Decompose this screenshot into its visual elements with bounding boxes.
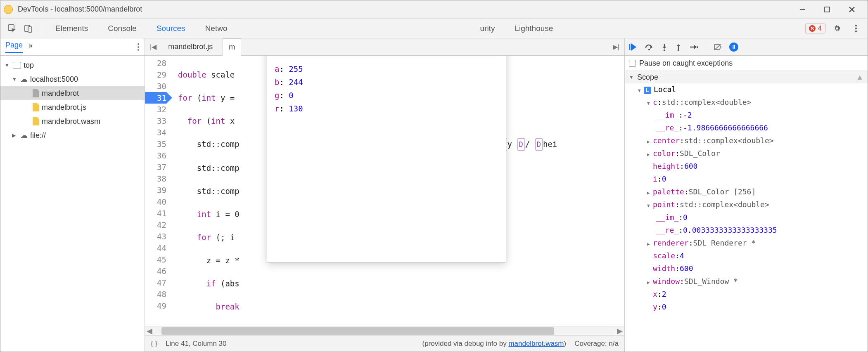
pause-on-exceptions-icon[interactable]: II (729, 43, 738, 52)
editor-statusbar: { } Line 41, Column 30 (provided via deb… (145, 335, 624, 352)
devtools-tabs: Elements Console Sources Netwo urity Lig… (0, 19, 868, 38)
debug-info-source: (provided via debug info by mandelbrot.w… (422, 340, 567, 348)
tab-network[interactable]: Netwo (196, 19, 237, 38)
step-over-icon[interactable] (645, 43, 654, 51)
file-icon (33, 117, 39, 125)
svg-rect-1 (825, 7, 830, 12)
settings-gear-icon[interactable] (830, 21, 844, 36)
cursor-position: Line 41, Column 30 (166, 340, 226, 348)
window-titlebar: DevTools - localhost:5000/mandelbrot (0, 0, 868, 19)
editor-pane: |◀ mandelbrot.js m ▶| 28 29 30 31 32 33 … (145, 38, 625, 352)
tab-elements[interactable]: Elements (46, 19, 97, 38)
sidebar-kebab-icon[interactable] (137, 43, 140, 51)
execution-line-marker: 31 (145, 92, 166, 104)
nav-fwd-icon[interactable]: ▶| (611, 43, 621, 51)
svg-point-8 (855, 27, 857, 29)
braces-icon[interactable]: { } (151, 340, 157, 348)
horizontal-scrollbar[interactable]: ◀ ▶ (145, 326, 624, 335)
maximize-button[interactable] (815, 1, 840, 18)
tab-security[interactable]: urity (471, 19, 504, 38)
local-badge-icon: L (644, 87, 651, 94)
error-count-badge[interactable]: ✕4 (805, 24, 825, 33)
file-icon (33, 103, 39, 111)
tree-file-mandelbrot[interactable]: mandelbrot (0, 86, 145, 100)
debugger-panel: II Pause on caught exceptions ▼Scope▲ ▼L… (625, 38, 868, 352)
value-popover: SDL_Color a: 255 b: 244 g: 0 r: 130 (267, 56, 506, 263)
kebab-menu-icon[interactable] (849, 21, 863, 36)
sidebar-header: Page » (0, 38, 145, 56)
tab-lighthouse[interactable]: Lighthouse (505, 19, 562, 38)
code-editor[interactable]: 28 29 30 31 32 33 34 35 36 37 38 39 40 4… (145, 56, 624, 326)
coverage-status: Coverage: n/a (574, 340, 619, 348)
resume-icon[interactable] (629, 43, 637, 51)
step-into-icon[interactable] (661, 43, 668, 51)
step-icon[interactable] (689, 44, 698, 50)
tree-host[interactable]: ▼☁localhost:5000 (0, 72, 145, 86)
step-out-icon[interactable] (675, 43, 682, 51)
close-button[interactable] (840, 1, 864, 18)
main-area: Page » ▼top ▼☁localhost:5000 mandelbrot … (0, 38, 868, 352)
file-tab-0[interactable]: mandelbrot.js (162, 38, 218, 56)
pause-caught-checkbox[interactable] (629, 60, 636, 67)
inspect-element-icon[interactable] (5, 21, 19, 36)
svg-point-11 (138, 46, 139, 48)
svg-point-17 (678, 49, 679, 51)
svg-rect-6 (28, 27, 32, 32)
minimize-button[interactable] (790, 1, 815, 18)
devtools-window: DevTools - localhost:5000/mandelbrot Ele… (0, 0, 868, 352)
file-icon (33, 89, 39, 97)
deactivate-breakpoints-icon[interactable] (714, 43, 722, 51)
pause-caught-row[interactable]: Pause on caught exceptions (625, 56, 868, 71)
svg-point-7 (855, 24, 857, 26)
svg-point-15 (664, 49, 665, 51)
window-title: DevTools - localhost:5000/mandelbrot (18, 5, 142, 14)
sidebar-tab-page[interactable]: Page (5, 41, 23, 53)
cloud-icon: ☁ (20, 131, 28, 140)
cloud-icon: ☁ (20, 75, 28, 84)
wasm-token: D (535, 138, 543, 151)
chrome-icon (4, 5, 13, 14)
debug-source-link[interactable]: mandelbrot.wasm (508, 340, 564, 347)
line-gutter[interactable]: 28 29 30 31 32 33 34 35 36 37 38 39 40 4… (145, 56, 171, 326)
tree-top[interactable]: ▼top (0, 58, 145, 72)
error-count: 4 (818, 24, 822, 33)
popover-title: SDL_Color (275, 56, 498, 58)
tab-console[interactable]: Console (99, 19, 146, 38)
debugger-toolbar: II (625, 38, 868, 56)
tab-sources[interactable]: Sources (147, 19, 194, 38)
scope-header[interactable]: ▼Scope▲ (625, 71, 868, 83)
tree-file-mandelbrot-js[interactable]: mandelbrot.js (0, 100, 145, 114)
wasm-token: D (517, 138, 525, 151)
scrollbar-thumb[interactable] (161, 327, 554, 335)
frame-icon (13, 62, 21, 69)
svg-point-10 (138, 43, 139, 45)
svg-point-19 (697, 46, 698, 48)
nav-back-icon[interactable]: |◀ (148, 43, 158, 51)
scope-tree[interactable]: ▼LLocal ▼c: std::complex<double> __im_: … (625, 83, 868, 352)
file-tree: ▼top ▼☁localhost:5000 mandelbrot mandelb… (0, 56, 145, 145)
sources-sidebar: Page » ▼top ▼☁localhost:5000 mandelbrot … (0, 38, 145, 352)
svg-point-12 (138, 49, 139, 51)
tree-file-scheme[interactable]: ▶☁file:// (0, 128, 145, 142)
sidebar-tab-more[interactable]: » (28, 41, 33, 52)
editor-tabs: |◀ mandelbrot.js m ▶| (145, 38, 624, 56)
file-tab-1[interactable]: m (223, 38, 241, 56)
svg-point-9 (855, 30, 857, 32)
device-toolbar-icon[interactable] (21, 21, 36, 36)
svg-point-13 (648, 48, 650, 50)
tree-file-mandelbrot-wasm[interactable]: mandelbrot.wasm (0, 114, 145, 128)
